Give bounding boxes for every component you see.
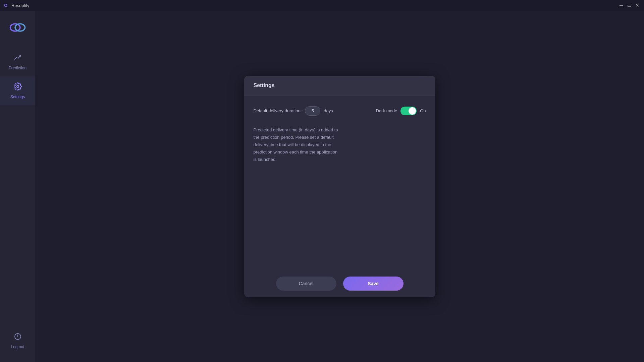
sidebar-logo (8, 17, 28, 38)
dark-mode-group: Dark mode On (376, 107, 426, 115)
title-bar: Resuplify ─ ▭ ✕ (0, 0, 644, 11)
window-controls: ─ ▭ ✕ (619, 3, 640, 8)
settings-footer: Cancel Save (244, 270, 435, 297)
main-layout: Prediction Settings L (0, 11, 644, 362)
title-bar-left: Resuplify (3, 2, 29, 8)
delivery-duration-input[interactable] (305, 106, 320, 116)
app-title: Resuplify (11, 3, 29, 8)
content-area: Settings Default delivery duration: days… (35, 11, 644, 362)
dark-mode-label: Dark mode (376, 108, 397, 113)
app-logo-icon (3, 2, 9, 8)
prediction-icon (14, 54, 22, 64)
cancel-button[interactable]: Cancel (276, 277, 336, 291)
settings-modal: Settings Default delivery duration: days… (244, 76, 435, 297)
sidebar-item-logout[interactable]: Log out (0, 326, 35, 355)
logout-label: Log out (11, 345, 24, 349)
dark-mode-toggle[interactable] (400, 107, 417, 115)
settings-title: Settings (254, 82, 275, 88)
prediction-label: Prediction (9, 66, 26, 70)
logout-icon (14, 333, 22, 343)
delivery-duration-label: Default delivery duration: (254, 108, 302, 113)
settings-icon (14, 82, 22, 93)
close-button[interactable]: ✕ (635, 3, 640, 8)
sidebar-item-prediction[interactable]: Prediction (0, 48, 35, 76)
maximize-button[interactable]: ▭ (627, 3, 632, 8)
toggle-track[interactable] (400, 107, 417, 115)
logo-svg-icon (8, 21, 27, 34)
settings-description: Predicted delivery time (in days) is add… (254, 126, 341, 163)
delivery-days-label: days (324, 108, 333, 113)
minimize-button[interactable]: ─ (619, 3, 624, 8)
svg-point-2 (17, 85, 19, 87)
sidebar-item-settings[interactable]: Settings (0, 76, 35, 105)
save-button[interactable]: Save (343, 277, 404, 291)
settings-row: Default delivery duration: days Dark mod… (254, 106, 426, 116)
settings-label: Settings (10, 95, 25, 99)
sidebar-bottom: Log out (0, 326, 35, 355)
settings-header: Settings (244, 76, 435, 96)
sidebar: Prediction Settings L (0, 11, 35, 362)
settings-body: Default delivery duration: days Dark mod… (244, 96, 435, 270)
delivery-group: Default delivery duration: days (254, 106, 333, 116)
toggle-thumb (409, 107, 416, 115)
dark-mode-state-label: On (420, 108, 426, 113)
